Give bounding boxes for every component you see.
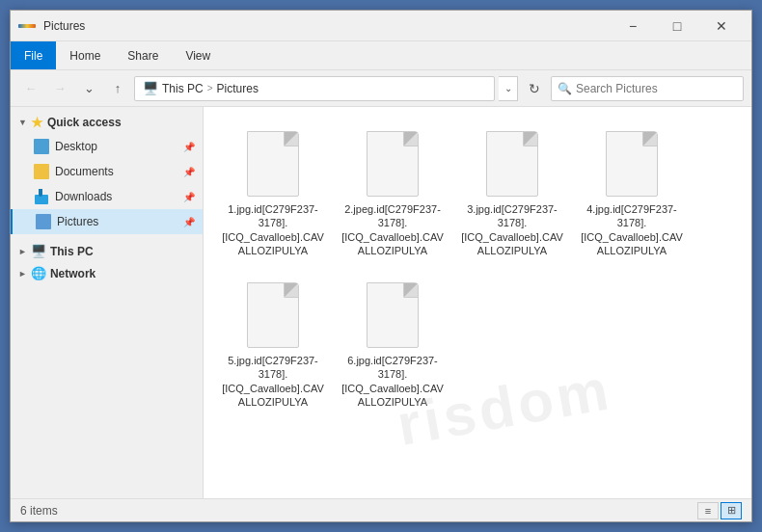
sidebar-this-pc[interactable]: ► 🖥️ This PC — [11, 240, 203, 262]
file-icon — [244, 127, 302, 197]
minimize-button[interactable]: − — [611, 11, 655, 41]
this-pc-chevron: ► — [18, 247, 27, 256]
list-view-button[interactable]: ≡ — [697, 502, 719, 519]
quick-access-chevron: ▼ — [18, 118, 27, 127]
menu-bar: File Home Share View — [11, 41, 751, 70]
file-icon — [364, 127, 422, 197]
file-item[interactable]: 2.jpeg.id[C279F237-3178].[ICQ_Cavalloeb]… — [335, 119, 450, 266]
sidebar-documents-label: Documents — [55, 165, 114, 178]
quick-access-label: Quick access — [47, 116, 122, 129]
menu-file[interactable]: File — [11, 41, 56, 69]
network-chevron: ► — [18, 269, 27, 279]
downloads-icon — [34, 189, 49, 204]
sidebar-pictures-label: Pictures — [57, 215, 98, 228]
sidebar-downloads-label: Downloads — [55, 190, 112, 203]
window-controls: − □ ✕ — [611, 11, 744, 41]
pictures-icon — [36, 214, 51, 229]
view-controls: ≡ ⊞ — [697, 502, 742, 519]
search-input[interactable] — [576, 82, 737, 95]
file-item[interactable]: 6.jpg.id[C279F237-3178].[ICQ_Cavalloeb].… — [335, 270, 450, 417]
file-name: 1.jpg.id[C279F237-3178].[ICQ_Cavalloeb].… — [222, 202, 324, 257]
title-bar: Pictures − □ ✕ — [11, 11, 751, 41]
menu-home[interactable]: Home — [56, 41, 114, 69]
path-pictures: Pictures — [217, 82, 259, 95]
path-dropdown[interactable]: ⌄ — [499, 76, 518, 101]
search-icon: 🔍 — [558, 82, 572, 95]
sidebar-item-desktop[interactable]: Desktop 📌 — [11, 134, 203, 159]
path-thispc: This PC — [162, 82, 204, 95]
forward-button[interactable]: → — [47, 76, 72, 101]
dropdown-button[interactable]: ⌄ — [76, 76, 101, 101]
sidebar: ▼ ★ Quick access Desktop 📌 Documents 📌 D… — [11, 107, 204, 498]
file-icon — [244, 279, 302, 348]
up-button[interactable]: ↑ — [105, 76, 130, 101]
file-icon — [364, 279, 422, 348]
network-icon: 🌐 — [31, 266, 46, 280]
path-icon: 🖥️ — [143, 81, 158, 95]
status-bar: 6 items ≡ ⊞ — [11, 498, 751, 521]
file-icon — [483, 127, 541, 197]
file-item[interactable]: 4.jpg.id[C279F237-3178].[ICQ_Cavalloeb].… — [574, 119, 690, 266]
sidebar-item-pictures[interactable]: Pictures 📌 — [11, 209, 203, 234]
main-content: ▼ ★ Quick access Desktop 📌 Documents 📌 D… — [11, 107, 751, 498]
sidebar-item-documents[interactable]: Documents 📌 — [11, 159, 203, 184]
explorer-window: Pictures − □ ✕ File Home Share View ← → … — [10, 10, 752, 522]
this-pc-icon: 🖥️ — [31, 244, 46, 258]
close-button[interactable]: ✕ — [699, 11, 744, 41]
pin-icon-documents: 📌 — [183, 167, 195, 177]
quick-access-icon: ★ — [31, 115, 43, 130]
pin-icon-downloads: 📌 — [183, 192, 195, 202]
file-name: 3.jpg.id[C279F237-3178].[ICQ_Cavalloeb].… — [461, 202, 563, 257]
file-item[interactable]: 3.jpg.id[C279F237-3178].[ICQ_Cavalloeb].… — [454, 119, 570, 266]
search-box[interactable]: 🔍 — [551, 76, 744, 101]
file-name: 5.jpg.id[C279F237-3178].[ICQ_Cavalloeb].… — [222, 354, 324, 409]
back-button[interactable]: ← — [18, 76, 43, 101]
documents-icon — [34, 164, 49, 179]
file-area: risdom 1.jpg.id[C279F237-3178].[ICQ_Cava… — [204, 107, 751, 498]
path-separator: > — [207, 83, 213, 93]
desktop-icon — [34, 139, 49, 154]
file-item[interactable]: 5.jpg.id[C279F237-3178].[ICQ_Cavalloeb].… — [215, 270, 331, 417]
file-item[interactable]: 1.jpg.id[C279F237-3178].[ICQ_Cavalloeb].… — [215, 119, 331, 266]
file-name: 6.jpg.id[C279F237-3178].[ICQ_Cavalloeb].… — [341, 354, 444, 409]
file-name: 4.jpg.id[C279F237-3178].[ICQ_Cavalloeb].… — [581, 202, 683, 257]
this-pc-label: This PC — [50, 245, 94, 258]
window-title: Pictures — [43, 19, 611, 33]
address-bar: ← → ⌄ ↑ 🖥️ This PC > Pictures ⌄ ↻ 🔍 — [11, 70, 751, 107]
pin-icon-desktop: 📌 — [183, 142, 195, 152]
window-icon — [18, 18, 38, 34]
sidebar-item-downloads[interactable]: Downloads 📌 — [11, 184, 203, 209]
pin-icon-pictures: 📌 — [183, 217, 195, 227]
maximize-button[interactable]: □ — [655, 11, 699, 41]
item-count: 6 items — [20, 504, 58, 518]
sidebar-desktop-label: Desktop — [55, 140, 97, 153]
file-name: 2.jpeg.id[C279F237-3178].[ICQ_Cavalloeb]… — [341, 202, 444, 257]
menu-share[interactable]: Share — [114, 41, 172, 69]
refresh-button[interactable]: ↻ — [522, 76, 547, 101]
large-view-button[interactable]: ⊞ — [721, 502, 742, 519]
sidebar-network[interactable]: ► 🌐 Network — [11, 262, 203, 284]
sidebar-quick-access[interactable]: ▼ ★ Quick access — [11, 111, 203, 134]
menu-view[interactable]: View — [172, 41, 224, 69]
address-path[interactable]: 🖥️ This PC > Pictures — [134, 76, 495, 101]
network-label: Network — [50, 267, 95, 280]
file-icon — [603, 127, 661, 197]
